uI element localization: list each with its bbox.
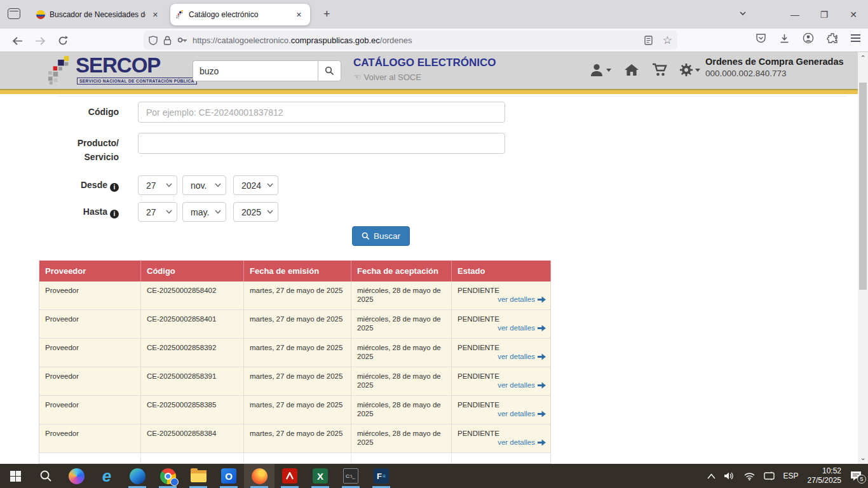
terminal-button[interactable]: C:\_ [336, 464, 366, 488]
internet-explorer-button[interactable]: e [92, 464, 122, 488]
volume-icon[interactable] [724, 471, 735, 480]
close-window-button[interactable]: ✕ [839, 10, 868, 20]
desde-year-select[interactable]: 2024 [233, 175, 278, 195]
start-button[interactable] [0, 464, 31, 488]
edge-button[interactable] [122, 464, 153, 488]
tab-buscador[interactable]: Buscador de Necesidades de Co ✕ [31, 4, 166, 25]
settings-menu-button[interactable] [679, 63, 700, 77]
orders-title: Ordenes de Compra Generadas [705, 57, 844, 67]
reload-icon[interactable] [55, 33, 71, 48]
firefox-button[interactable] [244, 464, 275, 488]
downloads-icon[interactable] [779, 33, 790, 44]
user-icon [590, 63, 605, 77]
tab-title: Catálogo electrónico [189, 10, 289, 19]
search-icon [39, 470, 52, 482]
sercop-logo-text[interactable]: SERCOP [76, 53, 160, 78]
ver-detalles-link[interactable]: ver detalles [498, 438, 546, 447]
taskbar-search-button[interactable] [31, 464, 61, 488]
windows-taskbar: e O X C:\_ F≡ ESP 10:52 27/5/2025 5 [0, 464, 868, 488]
catalog-search-input[interactable] [193, 60, 318, 81]
clock[interactable]: 10:52 27/5/2025 [808, 466, 841, 485]
notification-center-button[interactable]: 5 [850, 471, 862, 481]
cell-codigo: CE-20250002858392 [141, 339, 244, 367]
tab-catalogo[interactable]: Catálogo electrónico ✕ [170, 4, 310, 25]
chrome-button[interactable] [153, 464, 183, 488]
ver-detalles-link[interactable]: ver detalles [498, 381, 546, 390]
gold-divider [0, 89, 858, 94]
pocket-icon[interactable] [756, 33, 766, 44]
minimize-button[interactable]: — [780, 10, 810, 20]
ver-detalles-link[interactable]: ver detalles [498, 295, 546, 304]
chevron-down-icon [267, 183, 273, 187]
site-header: SERCOP SERVICIO NACIONAL DE CONTRATACIÓN… [0, 52, 858, 89]
orders-code: 000.000.002.840.773 [705, 69, 844, 78]
col-fecha-emision: Fecha de emisión [244, 261, 351, 281]
new-tab-button[interactable]: + [319, 7, 335, 22]
info-icon[interactable]: i [110, 183, 119, 192]
firefox-view-icon[interactable] [8, 8, 20, 19]
list-tabs-chevron-icon[interactable] [738, 9, 747, 18]
ver-detalles-link[interactable]: ver detalles [498, 409, 546, 418]
col-estado: Estado [452, 261, 551, 281]
file-explorer-button[interactable] [183, 464, 214, 488]
volver-al-soce-link[interactable]: ☜ Volver al SOCE [353, 72, 421, 82]
table-row: Proveedor CE-20250002858392 martes, 27 d… [39, 339, 551, 367]
desde-month-select[interactable]: nov. [182, 175, 226, 195]
url-text: https://catalogoelectronico.compraspubli… [193, 36, 644, 45]
wifi-icon[interactable] [744, 472, 755, 480]
cart-button[interactable] [652, 63, 668, 77]
outlook-button[interactable]: O [214, 464, 244, 488]
user-menu-button[interactable] [590, 63, 611, 77]
home-button[interactable] [624, 63, 639, 77]
restore-button[interactable]: ❐ [810, 10, 839, 20]
info-icon[interactable]: i [110, 210, 119, 219]
permission-key-icon[interactable] [177, 37, 187, 43]
terminal-icon: C:\_ [343, 468, 358, 484]
desde-day-select[interactable]: 27 [138, 175, 177, 195]
cell-estado: PENDIENTE ver detalles [452, 310, 551, 338]
shield-icon[interactable] [149, 36, 158, 45]
producto-input[interactable] [138, 133, 505, 154]
tray-chevron-up-icon[interactable] [707, 473, 715, 479]
hasta-year-select[interactable]: 2025 [233, 202, 278, 222]
back-icon[interactable] [9, 33, 25, 48]
ver-detalles-link[interactable]: ver detalles [498, 352, 546, 361]
codigo-input[interactable] [138, 102, 505, 123]
close-icon[interactable]: ✕ [294, 10, 304, 20]
copilot-button[interactable] [61, 464, 92, 488]
bookmark-star-icon[interactable]: ☆ [663, 34, 672, 47]
acrobat-icon [282, 468, 297, 484]
cell-aceptacion: miércoles, 28 de mayo de 2025 [351, 310, 452, 338]
scroll-up-icon[interactable]: ⌃ [859, 54, 867, 62]
chevron-down-icon [215, 183, 221, 187]
ver-detalles-link[interactable]: ver detalles [498, 323, 546, 332]
cell-emision: martes, 27 de mayo de 2025 [244, 339, 351, 367]
menu-hamburger-icon[interactable] [851, 34, 860, 42]
f-app-button[interactable]: F≡ [366, 464, 397, 488]
windows-logo-icon [10, 471, 21, 482]
account-icon[interactable] [803, 32, 814, 44]
url-bar[interactable]: https://catalogoelectronico.compraspubli… [144, 30, 677, 50]
cell-emision: martes, 27 de mayo de 2025 [244, 367, 351, 395]
scroll-down-icon[interactable]: ⌄ [859, 454, 867, 462]
scrollbar-thumb[interactable] [859, 83, 867, 290]
col-codigo: Código [141, 261, 244, 281]
cell-aceptacion: miércoles, 28 de mayo de 2025 [351, 339, 452, 367]
buscar-button[interactable]: Buscar [352, 226, 410, 246]
display-connect-icon[interactable] [764, 471, 775, 480]
language-indicator[interactable]: ESP [783, 471, 799, 480]
acrobat-button[interactable] [275, 464, 305, 488]
forward-icon[interactable] [32, 33, 48, 48]
excel-button[interactable]: X [305, 464, 336, 488]
cell-aceptacion: miércoles, 28 de mayo de 2025 [351, 396, 452, 424]
search-icon [362, 232, 370, 240]
arrow-right-icon [538, 325, 546, 332]
page-scrollbar[interactable]: ⌃ ⌄ [858, 52, 868, 464]
hasta-day-select[interactable]: 27 [138, 202, 177, 222]
hasta-month-select[interactable]: may. [182, 202, 226, 222]
catalog-search-button[interactable] [318, 60, 341, 81]
reader-mode-icon[interactable] [644, 36, 653, 45]
lock-icon[interactable] [163, 36, 172, 45]
close-icon[interactable]: ✕ [150, 10, 161, 20]
extensions-puzzle-icon[interactable] [827, 32, 838, 44]
